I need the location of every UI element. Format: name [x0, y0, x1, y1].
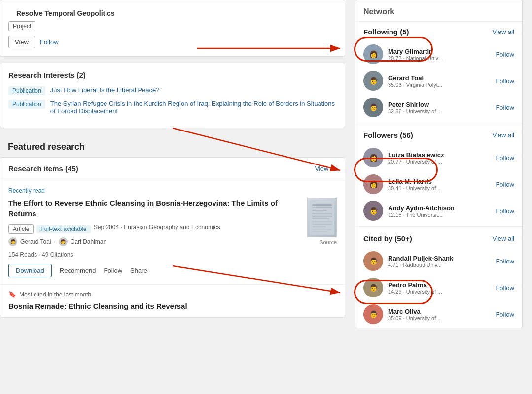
person-name-leila: Leila M. Harris: [388, 178, 491, 185]
cited-by-title: Cited by (50+): [363, 234, 412, 243]
person-row-marc: 👨 Marc Oliva 35.09 · University of ... F…: [355, 301, 522, 328]
avatar-randall: 👨: [363, 251, 383, 271]
follow-article-button[interactable]: Follow: [104, 267, 123, 274]
avatar-marc: 👨: [363, 304, 383, 324]
person-row-pedro: 👨 Pedro Palma 14.29 · University of ... …: [355, 274, 522, 301]
person-meta-leila: 30.41 · University of ...: [388, 185, 491, 191]
view-all-research-link[interactable]: View all: [315, 165, 337, 172]
follow-luiza-button[interactable]: Follow: [496, 154, 514, 162]
most-cited-title[interactable]: Bosnia Remade: Ethnic Cleansing and its …: [8, 302, 337, 310]
following-view-all[interactable]: View all: [492, 28, 514, 35]
author-avatar-1: 🧑: [8, 237, 17, 246]
person-name-andy: Andy Aydın-Aitchison: [388, 204, 491, 212]
featured-research-title: Featured research: [0, 134, 345, 152]
person-row-peter: 👨 Peter Shirlow 32.66 · University of ..…: [355, 94, 522, 121]
publication-row-2: Publication The Syrian Refugee Crisis in…: [8, 100, 337, 115]
person-meta-randall: 4.71 · Radboud Univ...: [388, 262, 491, 268]
cited-by-view-all[interactable]: View all: [492, 235, 514, 242]
article-type-badge: Article: [8, 224, 34, 234]
bookmark-icon: 🔖: [8, 291, 16, 298]
follow-marc-button[interactable]: Follow: [496, 311, 514, 318]
svg-rect-10: [312, 229, 332, 230]
avatar-luiza: 👩: [363, 148, 383, 167]
svg-rect-1: [312, 204, 332, 206]
person-name-marc: Marc Oliva: [388, 308, 491, 315]
person-meta-pedro: 14.29 · University of ...: [388, 289, 491, 295]
recently-read-label: Recently read: [8, 187, 337, 194]
followers-section: Followers (56) View all 👩 Luiza Bialasie…: [355, 125, 522, 224]
share-button[interactable]: Share: [130, 267, 147, 274]
article-title: The Effort to Reverse Ethnic Cleansing i…: [8, 198, 301, 219]
article-thumbnail: Source: [307, 198, 337, 251]
person-meta-gerard: 35.03 · Virginia Polyt...: [388, 82, 491, 88]
avatar-mary: 👩: [363, 44, 383, 64]
source-label: Source: [319, 239, 337, 245]
article-card: Recently read The Effort to Reverse Ethn…: [0, 180, 345, 284]
person-meta-marc: 35.09 · University of ...: [388, 315, 491, 321]
publication-badge-2: Publication: [8, 100, 45, 109]
follow-randall-button[interactable]: Follow: [496, 258, 514, 265]
avatar-gerard: 👨: [363, 71, 383, 91]
person-meta-mary: 20.73 · National Univ...: [388, 55, 491, 61]
thumb-image: [307, 198, 337, 237]
avatar-leila: 👩: [363, 174, 383, 194]
person-name-pedro: Pedro Palma: [388, 281, 491, 289]
person-row-leila: 👩 Leila M. Harris 30.41 · University of …: [355, 171, 522, 197]
publication-row-1: Publication Just How Liberal Is the Libe…: [8, 86, 337, 95]
svg-rect-8: [312, 224, 332, 225]
svg-rect-5: [312, 216, 332, 217]
publication-badge-1: Publication: [8, 86, 45, 95]
svg-rect-9: [312, 226, 326, 227]
following-title: Following (5): [363, 28, 409, 36]
svg-rect-4: [312, 213, 332, 214]
svg-rect-6: [312, 218, 329, 219]
person-row-mary: 👩 Mary Gilmartin 20.73 · National Univ..…: [355, 41, 522, 67]
author-name-2: Carl Dahlman: [71, 238, 106, 245]
svg-rect-11: [312, 231, 328, 232]
article-date-journal: Sep 2004 · Eurasian Geography and Econom…: [94, 224, 220, 230]
person-name-luiza: Luiza Bialasiewicz: [388, 151, 491, 159]
person-name-gerard: Gerard Toal: [388, 74, 491, 82]
most-cited-badge: 🔖 Most cited in the last month: [8, 291, 337, 298]
person-meta-peter: 32.66 · University of ...: [388, 108, 491, 114]
person-meta-luiza: 20.77 · University of ...: [388, 159, 491, 164]
person-row-gerard: 👨 Gerard Toal 35.03 · Virginia Polyt... …: [355, 67, 522, 94]
publication-link-2[interactable]: The Syrian Refugee Crisis in the Kurdish…: [50, 100, 337, 115]
network-title: Network: [355, 0, 522, 22]
publication-link-1[interactable]: Just How Liberal Is the Liberal Peace?: [50, 86, 160, 94]
most-cited-label: Most cited in the last month: [19, 291, 91, 298]
person-row-luiza: 👩 Luiza Bialasiewicz 20.77 · University …: [355, 144, 522, 171]
person-meta-andy: 12.18 · The Universit...: [388, 212, 491, 218]
article-stats: 154 Reads · 49 Citations: [8, 251, 337, 258]
project-badge: Project: [8, 21, 35, 31]
follow-mary-button[interactable]: Follow: [496, 51, 514, 58]
recommend-button[interactable]: Recommend: [60, 267, 96, 274]
follow-andy-button[interactable]: Follow: [496, 207, 514, 215]
avatar-pedro: 👨: [363, 278, 383, 297]
research-items-title: Research items (45): [8, 164, 78, 173]
follow-peter-button[interactable]: Follow: [496, 104, 514, 111]
follow-button-top[interactable]: Follow: [40, 38, 59, 46]
view-button[interactable]: View: [8, 36, 35, 48]
following-section: Following (5) View all 👩 Mary Gilmartin …: [355, 22, 522, 121]
follow-gerard-button[interactable]: Follow: [496, 77, 514, 85]
follow-pedro-button[interactable]: Follow: [496, 284, 514, 292]
svg-rect-7: [312, 221, 332, 222]
most-cited-section: 🔖 Most cited in the last month Bosnia Re…: [0, 284, 345, 317]
research-interests-title: Research Interests (2): [8, 71, 337, 79]
followers-title: Followers (56): [363, 131, 413, 139]
partial-title: Resolve Temporal Geopolitics: [8, 6, 337, 17]
svg-rect-2: [312, 207, 332, 208]
fulltext-badge: Full-text available: [36, 225, 90, 233]
author-avatar-2: 🧑: [59, 237, 68, 246]
article-authors: 🧑 Gerard Toal · 🧑 Carl Dahlman: [8, 237, 301, 246]
download-button[interactable]: Download: [8, 264, 52, 277]
person-row-andy: 👨 Andy Aydın-Aitchison 12.18 · The Unive…: [355, 197, 522, 224]
person-name-randall: Randall Puljek-Shank: [388, 255, 491, 262]
avatar-peter: 👨: [363, 98, 383, 117]
follow-leila-button[interactable]: Follow: [496, 181, 514, 188]
followers-view-all[interactable]: View all: [492, 131, 514, 139]
author-name-1: Gerard Toal: [20, 238, 51, 245]
person-name-mary: Mary Gilmartin: [388, 48, 491, 55]
cited-by-section: Cited by (50+) View all 👨 Randall Puljek…: [355, 229, 522, 328]
